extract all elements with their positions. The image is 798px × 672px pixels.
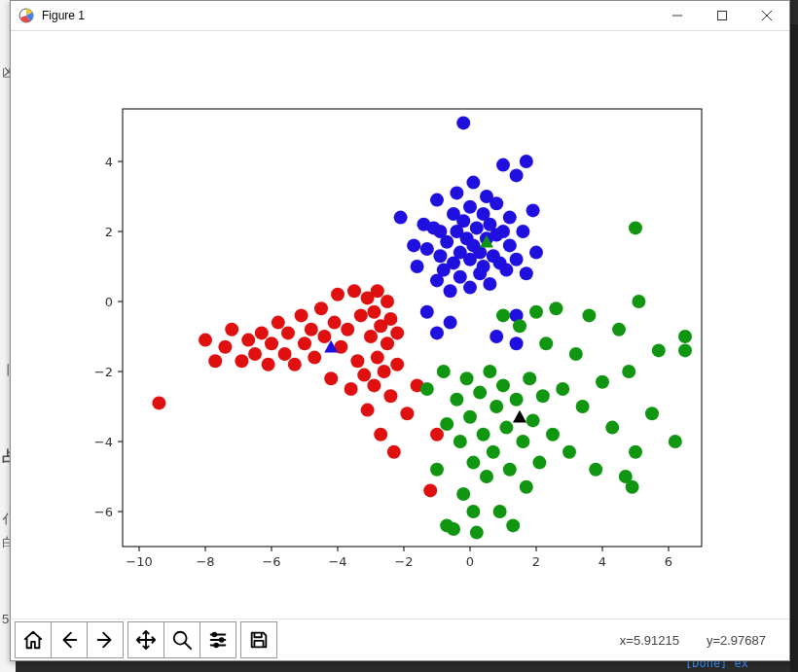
svg-point-188 bbox=[582, 308, 596, 322]
svg-point-148 bbox=[437, 365, 451, 378]
svg-point-43 bbox=[430, 194, 444, 207]
svg-point-89 bbox=[430, 326, 444, 339]
svg-point-146 bbox=[420, 382, 434, 396]
svg-point-151 bbox=[447, 522, 460, 536]
svg-point-176 bbox=[523, 371, 536, 385]
svg-point-178 bbox=[529, 305, 543, 319]
svg-point-144 bbox=[423, 483, 437, 497]
svg-point-145 bbox=[430, 428, 444, 442]
svg-point-157 bbox=[466, 456, 480, 470]
background-panel-right bbox=[790, 24, 798, 672]
plot-canvas[interactable]: −10−8−6−4−20246−6−4−2024 bbox=[11, 31, 789, 619]
svg-point-171 bbox=[506, 518, 520, 532]
home-button[interactable] bbox=[16, 622, 52, 657]
svg-point-180 bbox=[536, 389, 550, 403]
svg-point-77 bbox=[496, 225, 510, 238]
cursor-y-readout: y=2.97687 bbox=[707, 633, 766, 648]
svg-point-156 bbox=[463, 410, 477, 424]
svg-point-98 bbox=[225, 323, 238, 336]
svg-point-107 bbox=[281, 326, 295, 339]
svg-point-78 bbox=[499, 264, 513, 277]
back-button[interactable] bbox=[52, 622, 88, 657]
svg-point-141 bbox=[390, 326, 404, 339]
svg-point-160 bbox=[473, 386, 487, 400]
svg-point-90 bbox=[444, 316, 457, 330]
svg-point-114 bbox=[317, 330, 331, 343]
svg-point-120 bbox=[345, 382, 358, 396]
svg-point-108 bbox=[288, 358, 302, 371]
zoom-button[interactable] bbox=[164, 622, 200, 657]
svg-point-190 bbox=[596, 375, 609, 389]
svg-point-116 bbox=[328, 316, 342, 330]
svg-point-161 bbox=[477, 428, 490, 442]
svg-point-154 bbox=[456, 487, 470, 501]
window-titlebar[interactable]: Figure 1 bbox=[11, 1, 789, 31]
svg-point-142 bbox=[400, 407, 414, 420]
svg-text:4: 4 bbox=[105, 155, 113, 169]
svg-point-126 bbox=[361, 404, 375, 417]
svg-point-153 bbox=[453, 435, 467, 448]
svg-point-81 bbox=[510, 168, 524, 182]
save-button[interactable] bbox=[241, 622, 276, 657]
svg-point-65 bbox=[473, 246, 487, 260]
svg-point-40 bbox=[420, 242, 434, 256]
svg-point-44 bbox=[433, 249, 447, 263]
svg-point-115 bbox=[324, 371, 338, 385]
svg-point-87 bbox=[529, 246, 543, 260]
svg-point-140 bbox=[390, 358, 404, 371]
svg-point-99 bbox=[235, 354, 248, 368]
svg-point-200 bbox=[629, 221, 642, 234]
svg-point-100 bbox=[241, 334, 255, 347]
svg-point-131 bbox=[371, 351, 384, 365]
svg-point-48 bbox=[444, 284, 457, 298]
forward-button[interactable] bbox=[88, 622, 123, 657]
svg-point-138 bbox=[383, 312, 397, 326]
svg-point-128 bbox=[367, 305, 381, 319]
svg-point-52 bbox=[450, 186, 463, 199]
svg-point-184 bbox=[556, 382, 569, 396]
svg-point-74 bbox=[490, 196, 503, 210]
svg-rect-2 bbox=[718, 12, 727, 20]
svg-point-129 bbox=[367, 378, 381, 392]
svg-point-110 bbox=[298, 336, 311, 350]
svg-point-124 bbox=[357, 369, 371, 382]
svg-point-203 bbox=[678, 343, 692, 357]
svg-point-199 bbox=[652, 343, 666, 357]
svg-point-105 bbox=[272, 316, 285, 330]
svg-point-135 bbox=[381, 295, 394, 308]
svg-point-91 bbox=[490, 330, 503, 343]
svg-text:−8: −8 bbox=[196, 554, 214, 569]
svg-point-214 bbox=[214, 644, 218, 648]
svg-point-179 bbox=[532, 456, 546, 470]
svg-text:−6: −6 bbox=[94, 505, 113, 519]
svg-point-96 bbox=[208, 354, 222, 368]
svg-point-88 bbox=[420, 305, 434, 319]
svg-point-159 bbox=[470, 526, 484, 540]
svg-point-102 bbox=[255, 326, 269, 339]
maximize-button[interactable] bbox=[700, 1, 744, 30]
svg-point-62 bbox=[466, 176, 480, 190]
svg-point-60 bbox=[463, 200, 477, 214]
svg-point-165 bbox=[490, 400, 503, 413]
svg-point-84 bbox=[520, 155, 533, 168]
minimize-button[interactable] bbox=[655, 1, 700, 30]
svg-point-113 bbox=[314, 301, 328, 315]
svg-point-195 bbox=[626, 480, 639, 494]
svg-point-122 bbox=[350, 354, 364, 368]
close-button[interactable] bbox=[744, 1, 789, 30]
svg-point-149 bbox=[440, 417, 453, 431]
svg-point-83 bbox=[516, 225, 529, 238]
svg-text:−6: −6 bbox=[262, 554, 280, 569]
configure-subplots-button[interactable] bbox=[200, 622, 236, 657]
svg-point-95 bbox=[199, 334, 212, 347]
svg-line-208 bbox=[185, 643, 191, 649]
svg-point-111 bbox=[305, 323, 318, 336]
svg-point-103 bbox=[262, 358, 275, 371]
svg-point-152 bbox=[450, 393, 463, 407]
matplotlib-app-icon bbox=[18, 8, 34, 23]
svg-point-47 bbox=[440, 235, 453, 249]
svg-point-174 bbox=[516, 435, 529, 448]
svg-point-169 bbox=[499, 421, 513, 435]
svg-point-97 bbox=[218, 340, 232, 354]
pan-button[interactable] bbox=[128, 622, 164, 657]
